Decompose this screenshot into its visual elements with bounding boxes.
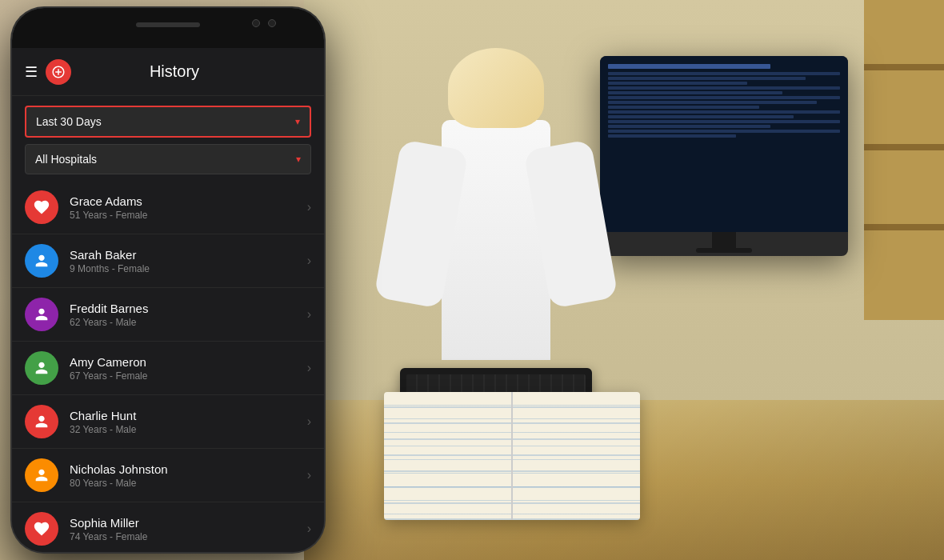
patient-chevron-icon: › [307, 307, 311, 322]
date-range-filter[interactable]: Last 30 Days ▾ [25, 106, 311, 138]
patient-info: Amy Cameron 67 Years - Female [70, 355, 307, 382]
shelves [864, 0, 944, 320]
patient-info: Freddit Barnes 62 Years - Male [70, 302, 307, 328]
patient-avatar [25, 351, 58, 385]
filters-section: Last 30 Days ▾ All Hospitals ▾ [12, 96, 324, 181]
open-book [384, 392, 640, 520]
patient-info: Charlie Hunt 32 Years - Male [70, 409, 307, 435]
phone-speaker [136, 22, 200, 27]
app-title: History [84, 62, 265, 81]
shelf [864, 224, 944, 230]
patient-name: Freddit Barnes [70, 302, 307, 315]
phone-camera [252, 19, 260, 27]
patient-info: Sophia Miller 74 Years - Female [70, 516, 307, 542]
patient-name: Charlie Hunt [70, 409, 307, 422]
chevron-down-icon: ▾ [295, 116, 300, 127]
patient-avatar [25, 298, 58, 331]
patient-chevron-icon: › [307, 468, 311, 482]
patient-details: 9 Months - Female [70, 263, 307, 274]
patient-list-item[interactable]: Charlie Hunt 32 Years - Male › [12, 395, 324, 449]
patient-chevron-icon: › [307, 361, 311, 375]
patient-info: Nicholas Johnston 80 Years - Male [70, 462, 307, 489]
patient-avatar [25, 405, 58, 438]
date-range-label: Last 30 Days [36, 115, 102, 128]
patient-info: Sarah Baker 9 Months - Female [70, 248, 307, 274]
phone-body: ☰ History Last 30 Days ▾ All Hospitals ▾ [12, 8, 324, 552]
patient-list-item[interactable]: Grace Adams 51 Years - Female › [12, 181, 324, 234]
menu-icon[interactable]: ☰ [25, 63, 38, 81]
patient-chevron-icon: › [307, 522, 311, 536]
patient-details: 51 Years - Female [70, 210, 307, 221]
app-logo [46, 59, 71, 85]
patient-avatar [25, 458, 58, 492]
monitor-stand [712, 232, 736, 248]
patient-list: Grace Adams 51 Years - Female › Sarah Ba… [12, 181, 324, 552]
medical-cross-icon [51, 65, 66, 79]
patient-info: Grace Adams 51 Years - Female [70, 194, 307, 221]
patient-details: 32 Years - Male [70, 424, 307, 435]
patient-chevron-icon: › [307, 200, 311, 214]
patient-details: 80 Years - Male [70, 478, 307, 489]
patient-name: Grace Adams [70, 194, 307, 208]
hospital-label: All Hospitals [35, 153, 97, 166]
patient-chevron-icon: › [307, 414, 311, 429]
patient-name: Nicholas Johnston [70, 462, 307, 476]
patient-avatar [25, 512, 58, 546]
phone-device: ☰ History Last 30 Days ▾ All Hospitals ▾ [12, 8, 324, 552]
patient-details: 67 Years - Female [70, 370, 307, 382]
phone-top-bar [12, 8, 324, 48]
patient-details: 74 Years - Female [70, 531, 307, 542]
hospital-filter[interactable]: All Hospitals ▾ [25, 144, 311, 174]
patient-list-item[interactable]: Nicholas Johnston 80 Years - Male › [12, 449, 324, 502]
phone-camera2 [268, 19, 276, 27]
patient-name: Sarah Baker [70, 248, 307, 262]
app-header: ☰ History [12, 48, 324, 96]
monitor-screen [600, 56, 848, 232]
patient-avatar [25, 190, 58, 224]
patient-chevron-icon: › [307, 254, 311, 268]
shelf [864, 64, 944, 70]
patient-list-item[interactable]: Amy Cameron 67 Years - Female › [12, 342, 324, 395]
chevron-down-2-icon: ▾ [296, 154, 301, 165]
patient-name: Sophia Miller [70, 516, 307, 530]
patient-list-item[interactable]: Sophia Miller 74 Years - Female › [12, 502, 324, 552]
patient-avatar [25, 244, 58, 278]
shelf [864, 144, 944, 150]
app-screen: ☰ History Last 30 Days ▾ All Hospitals ▾ [12, 48, 324, 552]
patient-list-item[interactable]: Sarah Baker 9 Months - Female › [12, 234, 324, 288]
monitor-base [696, 248, 752, 253]
monitor [600, 56, 848, 256]
patient-name: Amy Cameron [70, 355, 307, 369]
patient-list-item[interactable]: Freddit Barnes 62 Years - Male › [12, 288, 324, 342]
patient-details: 62 Years - Male [70, 317, 307, 328]
